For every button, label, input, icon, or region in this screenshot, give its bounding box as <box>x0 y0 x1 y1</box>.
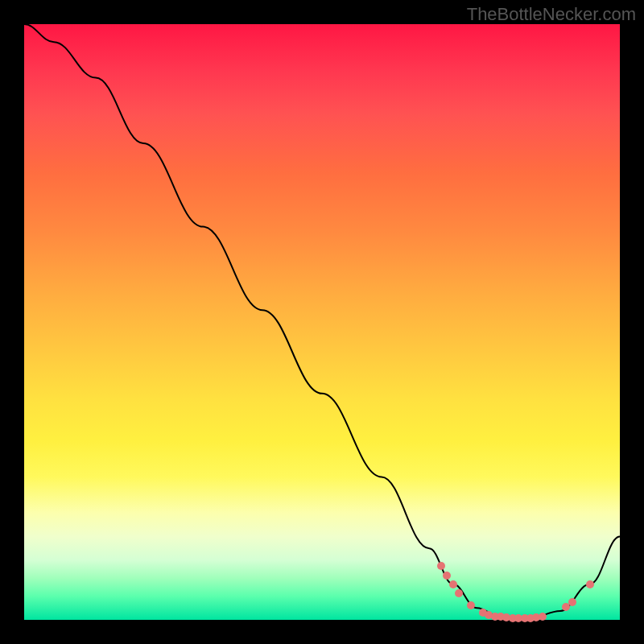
gradient-background <box>24 24 620 620</box>
watermark-text: TheBottleNecker.com <box>467 4 636 25</box>
chart-container <box>24 24 620 620</box>
